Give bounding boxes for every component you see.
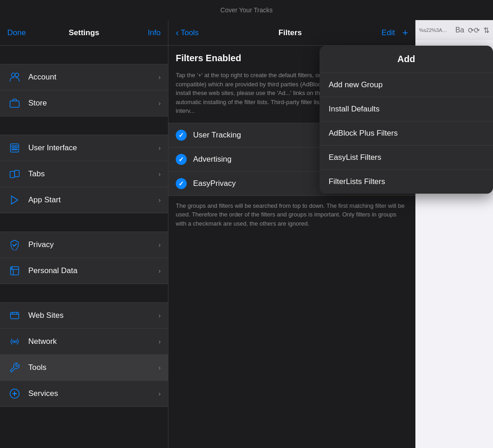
- center-panel: ‹ Tools Filters Edit + Filters Enabled T…: [168, 20, 415, 448]
- browser-icon-ba: Ba: [455, 26, 464, 35]
- info-button[interactable]: Info: [110, 28, 161, 37]
- main-layout: Done Settings Info Account ›: [0, 20, 493, 448]
- sidebar-item-store[interactable]: Store ›: [0, 90, 168, 116]
- user-tracking-checkbox[interactable]: ✓: [176, 130, 187, 141]
- sidebar-section-1: Account › Store ›: [0, 64, 168, 116]
- dropdown-item-easylist[interactable]: EasyList Filters: [320, 146, 493, 170]
- sidebar-item-tools[interactable]: Tools ›: [0, 355, 168, 381]
- sidebar-item-user-interface[interactable]: User Interface ›: [0, 135, 168, 161]
- sidebar-spacer-1: [0, 46, 168, 60]
- tabs-label: Tabs: [28, 169, 158, 179]
- filters-footer: The groups and filters will be searched …: [168, 196, 415, 234]
- svg-rect-2: [10, 101, 19, 107]
- sidebar-item-web-sites[interactable]: Web Sites ›: [0, 303, 168, 329]
- status-bar: Cover Your Tracks: [0, 0, 493, 20]
- tabs-icon: [7, 167, 22, 181]
- sidebar-header: Done Settings Info: [0, 20, 168, 46]
- svg-rect-3: [10, 144, 19, 152]
- svg-marker-9: [11, 196, 18, 204]
- dropdown-title: Add: [398, 54, 415, 64]
- web-sites-label: Web Sites: [28, 311, 158, 320]
- web-sites-chevron: ›: [158, 312, 161, 319]
- filterlists-label: FilterLists Filters: [329, 177, 385, 186]
- privacy-label: Privacy: [28, 240, 158, 249]
- web-sites-icon: [7, 308, 22, 323]
- sidebar: Done Settings Info Account ›: [0, 20, 168, 448]
- sidebar-item-tabs[interactable]: Tabs ›: [0, 161, 168, 187]
- user-interface-label: User Interface: [28, 143, 158, 153]
- services-label: Services: [28, 389, 158, 398]
- advertising-checkbox[interactable]: ✓: [176, 154, 187, 165]
- dropdown-item-add-new-group[interactable]: Add new Group: [320, 73, 493, 97]
- browser-icons: Ba ⟳⟳ ⇅: [455, 26, 489, 35]
- sidebar-item-services[interactable]: Services ›: [0, 381, 168, 406]
- dropdown-menu: Add Add new Group Install Defaults AdBlo…: [320, 46, 493, 194]
- services-icon: [7, 386, 22, 401]
- account-label: Account: [28, 73, 158, 82]
- store-label: Store: [28, 99, 158, 108]
- dropdown-item-filterlists[interactable]: FilterLists Filters: [320, 170, 493, 194]
- account-icon: [7, 70, 22, 84]
- filters-title: Filters: [199, 28, 381, 37]
- sidebar-item-network[interactable]: Network ›: [0, 329, 168, 355]
- svg-rect-6: [12, 149, 17, 150]
- sidebar-item-account[interactable]: Account ›: [0, 64, 168, 90]
- back-label[interactable]: Tools: [181, 28, 199, 37]
- checkmark-icon: ✓: [178, 132, 184, 139]
- personal-data-chevron: ›: [158, 267, 161, 274]
- app-start-icon: [7, 193, 22, 207]
- url-text: %s22%3A%22permis: [419, 27, 451, 33]
- back-button[interactable]: ‹ Tools: [176, 27, 199, 38]
- dropdown-item-adblock-plus[interactable]: AdBlock Plus Filters: [320, 121, 493, 146]
- filters-enabled-title: Filters Enabled: [176, 53, 241, 63]
- account-chevron: ›: [158, 74, 161, 81]
- sidebar-spacer-2: [0, 116, 168, 131]
- browser-icon-download: ⇅: [483, 26, 489, 35]
- tabs-chevron: ›: [158, 170, 161, 178]
- edit-button[interactable]: Edit: [382, 28, 395, 37]
- dropdown-header: Add: [320, 46, 493, 73]
- svg-rect-12: [10, 312, 19, 319]
- tools-icon: [7, 360, 22, 375]
- services-chevron: ›: [158, 390, 161, 397]
- svg-point-13: [14, 341, 16, 343]
- network-label: Network: [28, 337, 158, 346]
- add-button[interactable]: +: [402, 27, 408, 39]
- checkmark-icon-3: ✓: [178, 180, 184, 187]
- sidebar-item-app-start[interactable]: App Start ›: [0, 187, 168, 213]
- app-start-label: App Start: [28, 195, 158, 205]
- browser-icon-reload: ⟳⟳: [468, 26, 480, 35]
- sidebar-spacer-3: [0, 213, 168, 228]
- personal-data-label: Personal Data: [28, 266, 158, 275]
- svg-point-11: [11, 268, 12, 269]
- sidebar-section-4: Web Sites › Network ›: [0, 302, 168, 407]
- install-defaults-label: Install Defaults: [329, 105, 380, 113]
- dropdown-item-install-defaults[interactable]: Install Defaults: [320, 97, 493, 121]
- browser-top-bar: %s22%3A%22permis Ba ⟳⟳ ⇅: [415, 20, 493, 40]
- done-button[interactable]: Done: [7, 28, 58, 37]
- user-interface-chevron: ›: [158, 144, 161, 152]
- settings-title: Settings: [58, 28, 110, 37]
- sidebar-item-personal-data[interactable]: Personal Data ›: [0, 258, 168, 284]
- network-icon: [7, 334, 22, 349]
- sidebar-item-privacy[interactable]: Privacy ›: [0, 232, 168, 258]
- center-header: ‹ Tools Filters Edit +: [168, 20, 415, 46]
- filters-footer-text: The groups and filters will be searched …: [176, 202, 404, 227]
- easylist-label: EasyList Filters: [329, 153, 381, 162]
- adblock-plus-label: AdBlock Plus Filters: [329, 129, 398, 137]
- network-chevron: ›: [158, 338, 161, 345]
- personal-data-icon: [7, 264, 22, 278]
- tools-chevron: ›: [158, 364, 161, 371]
- tools-label: Tools: [28, 363, 158, 372]
- app-start-chevron: ›: [158, 196, 161, 204]
- easy-privacy-checkbox[interactable]: ✓: [176, 178, 187, 189]
- svg-rect-7: [10, 171, 15, 178]
- status-bar-title: Cover Your Tracks: [220, 6, 273, 14]
- svg-point-1: [15, 73, 19, 77]
- checkmark-icon-2: ✓: [178, 156, 184, 163]
- sidebar-spacer-4: [0, 284, 168, 299]
- store-chevron: ›: [158, 100, 161, 107]
- privacy-icon: [7, 237, 22, 252]
- header-actions: Edit +: [382, 27, 408, 39]
- add-new-group-label: Add new Group: [329, 80, 383, 89]
